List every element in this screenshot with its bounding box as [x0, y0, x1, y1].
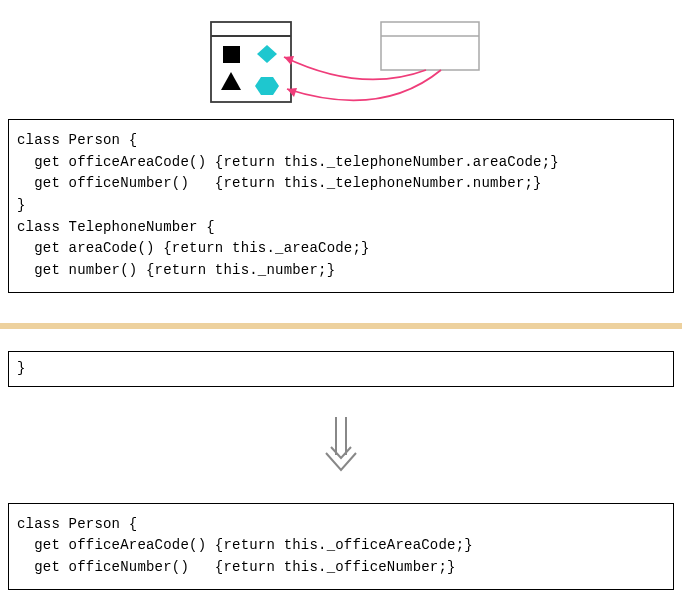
down-arrow-icon — [321, 415, 361, 475]
diagram-svg — [181, 14, 501, 109]
arrow-to-hexagon — [287, 70, 441, 100]
source-box — [381, 22, 479, 70]
page-break — [0, 323, 682, 329]
code-before-part2: } — [8, 351, 674, 387]
square-icon — [223, 46, 240, 63]
code-before-part1: class Person { get officeAreaCode() {ret… — [8, 119, 674, 293]
inline-class-diagram — [0, 0, 682, 119]
transform-arrow-wrap — [0, 387, 682, 503]
code-after: class Person { get officeAreaCode() {ret… — [8, 503, 674, 590]
